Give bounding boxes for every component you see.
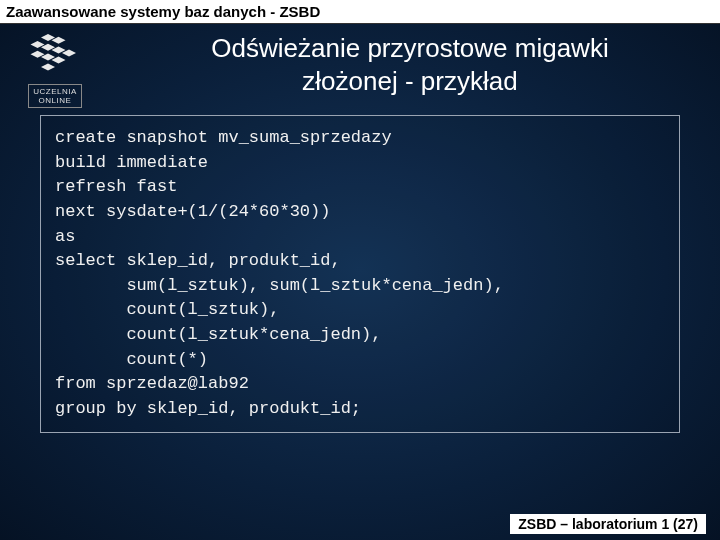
code-line: from sprzedaz@lab92 [55, 374, 249, 393]
logo-label-line1: UCZELNIA [33, 87, 77, 96]
code-line: create snapshot mv_suma_sprzedazy [55, 128, 392, 147]
code-line: next sysdate+(1/(24*60*30)) [55, 202, 330, 221]
code-line: sum(l_sztuk), sum(l_sztuk*cena_jedn), [55, 276, 504, 295]
title-line2: złożonej - przykład [302, 66, 517, 96]
code-line: as [55, 227, 75, 246]
code-line: build immediate [55, 153, 208, 172]
code-block: create snapshot mv_suma_sprzedazy build … [40, 115, 680, 433]
code-line: count(l_sztuk*cena_jedn), [55, 325, 381, 344]
slide-title: Odświeżanie przyrostowe migawki złożonej… [120, 32, 700, 97]
header-bar: Zaawansowane systemy baz danych - ZSBD [0, 0, 720, 24]
logo-label: UCZELNIA ONLINE [28, 84, 82, 108]
code-line: count(l_sztuk), [55, 300, 279, 319]
code-line: group by sklep_id, produkt_id; [55, 399, 361, 418]
footer: ZSBD – laboratorium 1 (27) [510, 514, 706, 534]
logo-label-line2: ONLINE [39, 96, 72, 105]
logo: UCZELNIA ONLINE [10, 30, 100, 108]
header-text: Zaawansowane systemy baz danych - ZSBD [6, 3, 320, 20]
footer-text: ZSBD – laboratorium 1 (27) [518, 516, 698, 532]
svg-marker-9 [41, 63, 55, 70]
code-line: count(*) [55, 350, 208, 369]
logo-cubes-icon [20, 30, 90, 80]
title-line1: Odświeżanie przyrostowe migawki [211, 33, 608, 63]
code-line: refresh fast [55, 177, 177, 196]
code-line: select sklep_id, produkt_id, [55, 251, 341, 270]
